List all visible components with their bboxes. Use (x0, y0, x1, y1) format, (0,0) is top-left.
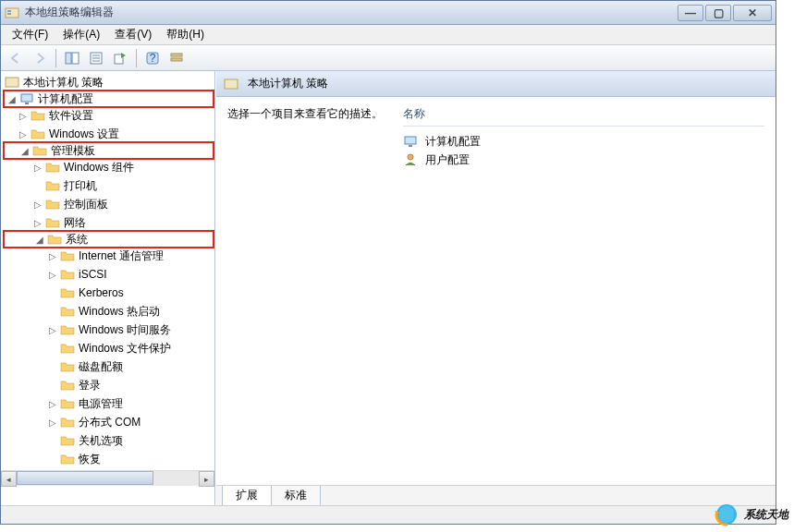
minimize-button[interactable]: — (678, 5, 703, 21)
tree-windows-components[interactable]: ▷ Windows 组件 (3, 158, 214, 176)
tree-printers[interactable]: 打印机 (3, 176, 214, 195)
folder-icon (47, 232, 62, 247)
list-item-user-config[interactable]: 用户配置 (403, 151, 764, 169)
expander-closed-icon[interactable]: ▷ (47, 324, 58, 335)
scroll-track[interactable] (17, 471, 199, 486)
menu-file[interactable]: 文件(F) (5, 25, 55, 44)
tree-shutdown-opts[interactable]: 关机选项 (3, 431, 214, 450)
tab-extended[interactable]: 扩展 (222, 486, 272, 505)
show-hide-tree-button[interactable] (61, 48, 83, 68)
tree-file-protection[interactable]: Windows 文件保护 (3, 339, 214, 357)
tree-pane: 本地计算机 策略 ◢ 计算机配置 ▷ 软件设置 ▷ Windows 设置 (1, 71, 215, 505)
properties-button[interactable] (85, 48, 107, 68)
column-header-name[interactable]: 名称 (403, 106, 764, 127)
expander-spacer (47, 380, 58, 391)
expander-spacer (32, 180, 43, 191)
scroll-right-button[interactable]: ▸ (199, 471, 214, 487)
expander-closed-icon[interactable]: ▷ (47, 417, 58, 428)
tree-kerberos[interactable]: Kerberos (3, 284, 214, 302)
tree-label: Internet 通信管理 (79, 248, 164, 264)
maximize-button[interactable]: ▢ (705, 5, 731, 21)
forward-button[interactable] (29, 48, 51, 68)
expander-open-icon[interactable]: ◢ (34, 234, 45, 245)
expander-closed-icon[interactable]: ▷ (47, 398, 58, 409)
expander-closed-icon[interactable]: ▷ (18, 110, 29, 121)
expander-closed-icon[interactable]: ▷ (32, 199, 43, 210)
window-buttons: — ▢ ✕ (678, 5, 772, 21)
expander-open-icon[interactable]: ◢ (19, 145, 31, 156)
tree-power-mgmt[interactable]: ▷ 电源管理 (3, 394, 214, 413)
tree-label: 电源管理 (79, 396, 123, 412)
list-item-computer-config[interactable]: 计算机配置 (403, 132, 764, 151)
folder-icon (60, 415, 75, 429)
tree-software-settings[interactable]: ▷ 软件设置 (3, 106, 214, 125)
tree-system[interactable]: ◢ 系统 (3, 230, 214, 248)
tree-dcom[interactable]: ▷ 分布式 COM (3, 413, 214, 431)
tree-internet-comm[interactable]: ▷ Internet 通信管理 (3, 247, 214, 265)
tree-recovery[interactable]: 恢复 (3, 450, 214, 468)
close-button[interactable]: ✕ (733, 5, 772, 21)
tree-label: 本地计算机 策略 (23, 75, 104, 91)
expander-closed-icon[interactable]: ▷ (32, 162, 43, 173)
menu-view[interactable]: 查看(V) (107, 25, 159, 44)
expander-closed-icon[interactable]: ▷ (32, 217, 43, 228)
tree-label: 打印机 (64, 178, 97, 194)
folder-icon (31, 127, 45, 141)
folder-icon (60, 304, 75, 319)
menu-help[interactable]: 帮助(H) (159, 25, 212, 44)
svg-rect-19 (409, 145, 412, 147)
tree-label: Windows 热启动 (79, 304, 160, 320)
expander-closed-icon[interactable]: ▷ (47, 269, 58, 280)
tree-network[interactable]: ▷ 网络 (3, 213, 214, 232)
tree-label: 网络 (64, 215, 86, 231)
folder-icon (60, 452, 75, 466)
tree-computer-config[interactable]: ◢ 计算机配置 (3, 90, 214, 108)
expander-closed-icon[interactable]: ▷ (47, 250, 58, 261)
policy-icon (5, 75, 19, 90)
filter-button[interactable] (165, 48, 188, 68)
tree-label: 软件设置 (49, 108, 93, 124)
export-button[interactable] (109, 48, 131, 68)
tree-label: 控制面板 (64, 197, 108, 212)
tree-windows-settings[interactable]: ▷ Windows 设置 (3, 125, 214, 143)
menu-action[interactable]: 操作(A) (55, 25, 107, 44)
toolbar: ? (1, 45, 776, 71)
horizontal-scrollbar[interactable]: ◂ ▸ (1, 470, 214, 486)
list-item-label: 用户配置 (425, 152, 470, 168)
expander-spacer (47, 361, 58, 372)
policy-tree: 本地计算机 策略 ◢ 计算机配置 ▷ 软件设置 ▷ Windows 设置 (1, 71, 214, 470)
tree-logon[interactable]: 登录 (3, 376, 214, 394)
folder-icon (45, 215, 60, 230)
tree-label: 系统 (66, 232, 88, 248)
menubar: 文件(F) 操作(A) 查看(V) 帮助(H) (1, 25, 776, 45)
svg-point-20 (408, 154, 413, 160)
titlebar: 本地组策略编辑器 — ▢ ✕ (1, 1, 776, 25)
folder-icon (60, 267, 75, 282)
folder-icon (45, 197, 60, 212)
content-title: 本地计算机 策略 (248, 76, 328, 91)
tab-standard[interactable]: 标准 (271, 486, 321, 505)
tree-time-service[interactable]: ▷ Windows 时间服务 (3, 320, 214, 339)
window-title: 本地组策略编辑器 (25, 5, 678, 20)
tree-control-panel[interactable]: ▷ 控制面板 (3, 195, 214, 213)
tree-label: 计算机配置 (38, 91, 93, 107)
folder-icon (60, 396, 75, 411)
tree-root[interactable]: 本地计算机 策略 (3, 73, 214, 91)
expander-closed-icon[interactable]: ▷ (18, 128, 29, 139)
tree-hot-start[interactable]: Windows 热启动 (3, 302, 214, 320)
statusbar (1, 505, 776, 524)
tree-admin-templates[interactable]: ◢ 管理模板 (3, 141, 214, 160)
folder-icon (32, 143, 47, 158)
expander-open-icon[interactable]: ◢ (6, 93, 18, 104)
tree-iscsi[interactable]: ▷ iSCSI (3, 265, 214, 284)
back-button[interactable] (5, 48, 27, 68)
svg-text:?: ? (150, 52, 156, 65)
scroll-thumb[interactable] (17, 471, 153, 485)
tabs-bottom: 扩展 标准 (216, 485, 776, 505)
help-button[interactable]: ? (141, 48, 164, 68)
folder-icon (60, 378, 75, 393)
list-column: 名称 计算机配置 用户配置 (403, 106, 764, 476)
computer-icon (403, 134, 418, 149)
scroll-left-button[interactable]: ◂ (1, 471, 17, 487)
tree-disk-quota[interactable]: 磁盘配额 (3, 357, 214, 376)
